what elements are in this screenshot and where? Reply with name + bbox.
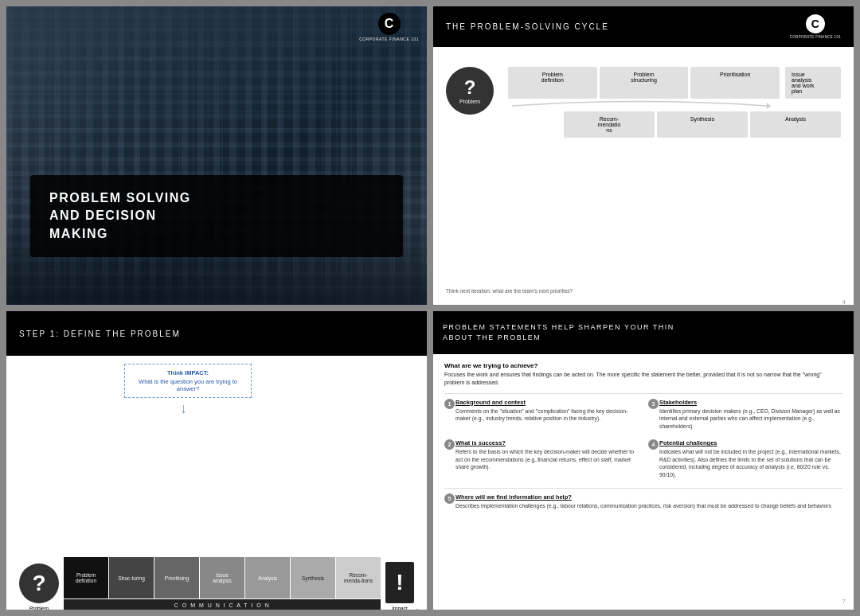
slide3-header: STEP 1: DEFINE THE PROBLEM C CORPORATE F… xyxy=(6,311,427,356)
section-success: 2 What is success? Refers to the basis o… xyxy=(444,439,639,478)
section5-text: Describes implementation challenges (e.g… xyxy=(455,502,842,510)
logo-area: C CORPORATE FINANCE 101 xyxy=(359,13,419,41)
comm-bar: C O M M U N I C A T I O N xyxy=(64,599,381,610)
achieve-question: What are we trying to achieve? xyxy=(444,362,842,369)
slide3-logo: C CORPORATE FINANCE 101 xyxy=(250,319,414,348)
step-prob-struct: Problemstructuring xyxy=(600,67,689,99)
exclaim-area: ! Impact xyxy=(385,562,414,610)
slide4-header-title: PROBLEM STATEMENTS HELP SHARPEN YOUR THI… xyxy=(443,322,674,342)
step-recom: Recom-menda-tions xyxy=(336,557,381,598)
think-box: Think IMPACT: What is the question you a… xyxy=(124,364,252,398)
slide2-logo-icon: C xyxy=(806,14,825,33)
slide1-title: PROBLEM SOLVING AND DECISION MAKING xyxy=(49,189,384,243)
section-info: 5 Where will we find information and hel… xyxy=(444,493,842,510)
slide4-logo-icon: C xyxy=(757,318,767,333)
section5-title: Where will we find information and help? xyxy=(455,493,842,501)
num-4: 4 xyxy=(648,439,659,450)
step-analysis: Analysis xyxy=(750,111,841,138)
problem-circle: ? Problem xyxy=(446,67,494,115)
logo-text: CORPORATE FINANCE 101 xyxy=(359,37,419,41)
title-box: PROBLEM SOLVING AND DECISION MAKING xyxy=(30,175,403,257)
exclaim-mark: ! xyxy=(385,562,414,603)
steps-bar-container: Problemdefinition Struc-turing Prioritis… xyxy=(64,557,381,610)
problem-label: Problem xyxy=(459,99,480,104)
think-body: What is the question you are trying to a… xyxy=(133,378,243,392)
slide2-header-title: THE PROBLEM-SOLVING CYCLE xyxy=(446,22,609,31)
slide2-logo: C CORPORATE FINANCE 101 xyxy=(790,14,841,39)
step-issue-analysis: Issueanalysis xyxy=(200,557,244,598)
think-title: Think IMPACT: xyxy=(133,369,243,376)
divider-2 xyxy=(444,488,842,489)
top-steps: Problemdefinition Problemstructuring Pri… xyxy=(508,67,841,99)
problem-q-area: ? Problem xyxy=(19,563,59,610)
slide3-logo-icon: C xyxy=(327,319,337,333)
process-row: ? Problem Problemdefinition Struc-turing… xyxy=(19,419,414,610)
section-background: 1 Background and context Comments on the… xyxy=(444,399,639,431)
logo-icon: C xyxy=(378,13,401,35)
step-synthesis: Synthesis xyxy=(291,557,335,598)
think-impact-area: Think IMPACT: What is the question you a… xyxy=(76,364,414,419)
num-2: 2 xyxy=(444,439,455,450)
step-prioritising: Prioritising xyxy=(154,557,199,598)
section2-text: Refers to the basis on which the key dec… xyxy=(455,448,639,471)
section4-title: Potential challenges xyxy=(659,439,842,446)
achieve-section: What are we trying to achieve? Focuses t… xyxy=(444,362,842,387)
divider-1 xyxy=(444,393,842,394)
slide4-content: What are we trying to achieve? Focuses t… xyxy=(433,354,854,610)
slide4-logo-text: CORPORATE FINANCE 101 xyxy=(680,333,844,347)
q-circle: ? xyxy=(19,563,59,603)
slide3-num: 5 xyxy=(416,607,419,610)
slide2-num: 4 xyxy=(842,298,846,305)
section1-title: Background and context xyxy=(455,399,639,406)
slide2-logo-text: CORPORATE FINANCE 101 xyxy=(790,35,841,39)
step-prob-def: Problemdefinition xyxy=(508,67,597,99)
section-challenges: 4 Potential challenges Indicates what wi… xyxy=(648,439,842,478)
slide3-logo-text: CORPORATE FINANCE 101 xyxy=(250,333,414,348)
steps-bar: Problemdefinition Struc-turing Prioritis… xyxy=(64,557,381,598)
exclaim-label: Impact xyxy=(392,606,408,610)
slide2-header: THE PROBLEM-SOLVING CYCLE C CORPORATE FI… xyxy=(433,6,854,47)
q-label: Problem xyxy=(29,606,49,610)
slide3-content: Think IMPACT: What is the question you a… xyxy=(6,356,427,610)
slide-1: C CORPORATE FINANCE 101 PROBLEM SOLVING … xyxy=(6,6,427,305)
section1-text: Comments on the "situation" and "complic… xyxy=(455,407,639,423)
section2-title: What is success? xyxy=(455,439,639,446)
slide-4: PROBLEM STATEMENTS HELP SHARPEN YOUR THI… xyxy=(433,311,854,610)
section-stakeholders: 3 Stakeholders Identifies primary decisi… xyxy=(648,399,842,431)
cycle-arrow-svg xyxy=(508,100,771,111)
step-prior: Prioritisation xyxy=(690,67,780,99)
section4-text: Indicates what will not be included in t… xyxy=(659,448,842,478)
slide4-num: 7 xyxy=(842,598,846,605)
question-mark: ? xyxy=(464,78,476,97)
step-structuring: Struc-turing xyxy=(109,557,154,598)
step-analysis: Analysis xyxy=(245,557,290,598)
step-prob-def: Problemdefinition xyxy=(64,557,108,598)
bottom-label: Think next iteration: what are the team'… xyxy=(446,287,573,294)
bottom-steps: Recom-mendations Synthesis Analysis xyxy=(564,111,841,138)
num-3: 3 xyxy=(648,399,659,409)
slide-3: STEP 1: DEFINE THE PROBLEM C CORPORATE F… xyxy=(6,311,427,610)
slide4-header: PROBLEM STATEMENTS HELP SHARPEN YOUR THI… xyxy=(433,311,854,354)
num-5: 5 xyxy=(444,493,455,504)
slide3-header-title: STEP 1: DEFINE THE PROBLEM xyxy=(19,329,181,338)
step-recom: Recom-mendations xyxy=(564,111,655,138)
slide-2: THE PROBLEM-SOLVING CYCLE C CORPORATE FI… xyxy=(433,6,854,305)
arrow-down: ↓ xyxy=(180,401,187,415)
slide2-content: ? Problem Problemdefinition Problemstruc… xyxy=(433,47,854,305)
arrow-area xyxy=(508,100,841,111)
cycle-diagram: Problemdefinition Problemstructuring Pri… xyxy=(508,67,841,138)
two-col-sections: 1 Background and context Comments on the… xyxy=(444,399,842,484)
section3-title: Stakeholders xyxy=(659,399,842,406)
section3-text: Identifies primary decision makers (e.g.… xyxy=(659,407,842,431)
svg-marker-0 xyxy=(767,103,771,109)
step-synth: Synthesis xyxy=(657,111,748,138)
achieve-text: Focuses the work and ensures that findin… xyxy=(444,371,842,387)
step-issue: Issueanalysisand workplan xyxy=(785,67,841,99)
slide4-logo: C CORPORATE FINANCE 101 xyxy=(680,318,844,347)
num-1: 1 xyxy=(444,399,455,409)
